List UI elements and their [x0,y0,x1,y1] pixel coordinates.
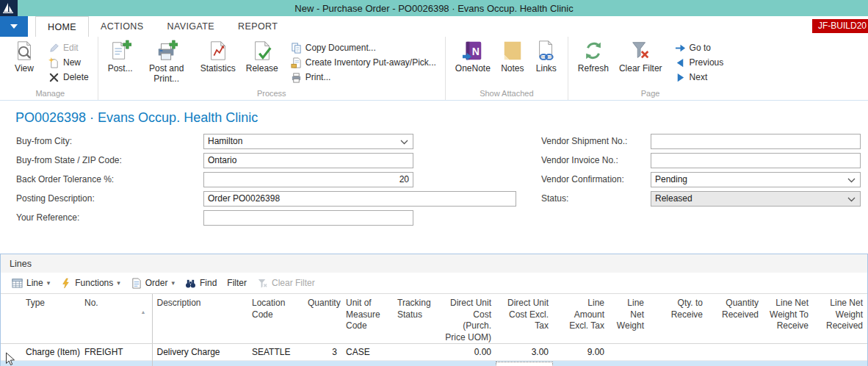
new-button[interactable]: New [46,55,92,70]
column-header-quantity-received[interactable]: Quantity Received [707,294,763,344]
links-icon [535,40,557,62]
cell-description[interactable]: Delivery Charge [152,344,247,361]
cell-qty-to-receive[interactable] [648,361,707,366]
column-header-line-amount-excl-tax[interactable]: Line Amount Excl. Tax [553,294,609,344]
tab-actions[interactable]: ACTIONS [89,16,155,37]
links-button[interactable]: Links [530,38,563,76]
delete-icon [48,72,59,83]
column-header-tracking-status[interactable]: Tracking Status [393,294,440,344]
cell-line-net-weight-to-receive[interactable] [763,361,813,366]
cell-qty-to-receive[interactable] [648,344,707,361]
cell-line-net-weight[interactable] [609,344,648,361]
row-selector-header[interactable] [1,294,21,344]
chevron-down-icon: ▾ [117,279,120,287]
cell-quantity-received[interactable] [707,344,763,361]
cell-no[interactable]: FREIGHT [80,344,152,361]
cell-line-net-weight-received[interactable] [813,344,867,361]
cell-quantity-received[interactable] [707,361,763,366]
cell-line-net-weight-received[interactable] [813,361,867,366]
line-menu-button[interactable]: Line▾ [7,274,55,292]
column-header-quantity[interactable]: Quantity [303,294,341,344]
clear-filter-lines-button[interactable]: Clear Filter [252,274,320,292]
column-header-no[interactable]: No.▲ [80,294,152,344]
application-menu-button[interactable] [0,16,28,37]
column-header-direct-unit-cost-excl-tax[interactable]: Direct Unit Cost Excl. Tax [496,294,553,344]
your-reference-input[interactable] [203,210,413,226]
vendor-shipment-no-field [651,134,861,149]
column-header-location-code[interactable]: Location Code [247,294,303,344]
notes-icon [502,40,524,62]
delete-button[interactable]: Delete [46,70,92,85]
cell-direct-unit-cost-purch-price-uom[interactable]: 4.00 [440,361,496,366]
go-to-button[interactable]: Go to [672,40,727,55]
statistics-button[interactable]: Statistics [196,38,240,76]
cell-description[interactable]: Beef Side [152,361,247,366]
column-header-unit-of-measure-code[interactable]: Unit of Measure Code [341,294,393,344]
ribbon-tab-row: HOME ACTIONS NAVIGATE REPORT JF-BUILD20 [0,16,868,37]
posting-description-input[interactable] [203,191,516,207]
filter-button[interactable]: Filter [222,274,252,292]
cell-direct-unit-cost-excl-tax[interactable]: 3.00 [496,344,553,361]
buy-from-city-input[interactable] [203,134,413,149]
vendor-confirmation-input[interactable] [651,172,861,187]
column-header-direct-unit-cost-purch-price-uom[interactable]: Direct Unit Cost (Purch. Price UOM) [440,294,496,344]
view-button[interactable]: View [8,38,40,76]
back-order-tolerance-input[interactable] [203,172,413,187]
find-button[interactable]: Find [180,274,222,292]
next-button[interactable]: Next [672,70,727,85]
your-reference-field [203,210,413,226]
status-input[interactable] [651,191,861,207]
cell-type[interactable]: Item [21,361,80,366]
cell-quantity[interactable]: 3 [303,361,341,366]
cell-line-amount-excl-tax[interactable]: 1,800.00 [553,361,609,366]
print-button[interactable]: Print... [288,70,439,85]
buy-from-state-zip-label: Buy-from State / ZIP Code: [16,155,203,165]
column-header-qty-to-receive[interactable]: Qty. to Receive [648,294,707,344]
order-menu-button[interactable]: Order▾ [126,274,180,292]
lines-caption[interactable]: Lines [1,254,867,273]
tab-report[interactable]: REPORT [226,16,289,37]
line-row-0[interactable]: Charge (Item)FREIGHTDelivery ChargeSEATT… [1,344,867,361]
cell-unit-of-measure-code[interactable]: CASE [341,344,393,361]
release-button[interactable]: Release [242,38,283,76]
refresh-button[interactable]: Refresh [574,38,613,76]
cell-tracking-status[interactable]: OPEN [393,361,440,366]
post-and-print-button[interactable]: Post and Print... [139,38,195,86]
post-button[interactable]: Post... [104,38,137,76]
tab-home[interactable]: HOME [35,16,89,37]
back-order-tolerance-label: Back Order Tolerance %: [16,174,203,184]
line-row-1[interactable]: ItemVW-SISO-BEEF_SIDEBeef SideSEATTLE3CA… [1,361,867,366]
group-label-manage: Manage [7,88,93,100]
column-header-description[interactable]: Description [152,294,247,344]
functions-menu-button[interactable]: Functions▾ [55,274,126,292]
column-header-type[interactable]: Type [21,294,80,344]
cell-tracking-status[interactable] [393,344,440,361]
focused-cell-value[interactable]: 600.00 [496,362,553,366]
column-header-line-net-weight[interactable]: Line Net Weight [609,294,648,344]
vendor-shipment-no-input[interactable] [651,134,861,149]
buy-from-state-zip-input[interactable] [203,153,413,168]
cell-unit-of-measure-code[interactable]: CASE [341,361,393,366]
create-inventory-putaway-pick-button[interactable]: Create Inventory Put-away/Pick... [288,55,439,70]
column-header-line-net-weight-to-receive[interactable]: Line Net Weight To Receive [763,294,813,344]
cell-direct-unit-cost-excl-tax[interactable]: 600.00 [496,361,553,366]
cell-no[interactable]: VW-SISO-BEEF_SIDE [80,361,152,366]
column-header-line-net-weight-received[interactable]: Line Net Weight Received [813,294,867,344]
clear-filter-button[interactable]: Clear Filter [615,38,667,76]
notes-button[interactable]: Notes [496,38,529,76]
cell-line-net-weight-to-receive[interactable] [763,344,813,361]
sort-ascending-icon: ▲ [141,309,146,315]
tab-navigate[interactable]: NAVIGATE [155,16,226,37]
copy-document-button[interactable]: Copy Document... [288,40,439,55]
cell-location-code[interactable]: SEATTLE [247,361,303,366]
cell-location-code[interactable]: SEATTLE [247,344,303,361]
cell-type[interactable]: Charge (Item) [21,344,80,361]
vendor-invoice-no-input[interactable] [651,153,861,168]
edit-button[interactable]: Edit [46,40,92,55]
cell-quantity[interactable]: 3 [303,344,341,361]
cell-line-amount-excl-tax[interactable]: 9.00 [553,344,609,361]
previous-button[interactable]: Previous [672,55,727,70]
cell-line-net-weight[interactable] [609,361,648,366]
onenote-button[interactable]: N OneNote [451,38,495,76]
cell-direct-unit-cost-purch-price-uom[interactable]: 0.00 [440,344,496,361]
